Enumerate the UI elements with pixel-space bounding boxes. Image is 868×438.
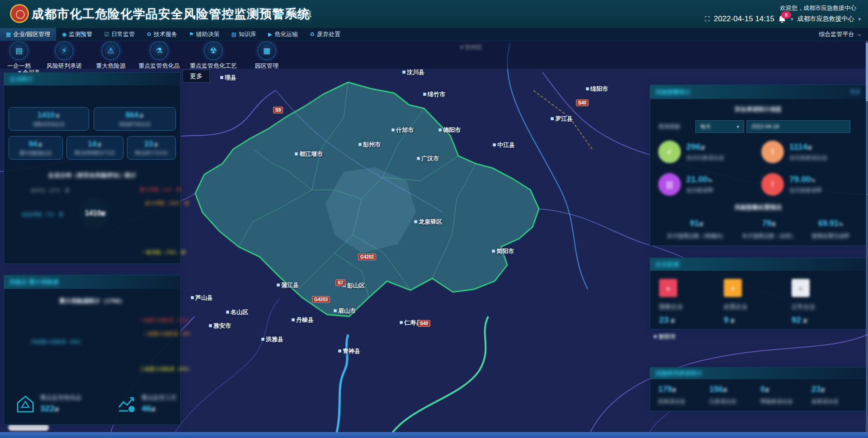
quick-item-label: 园区管理 [235, 62, 298, 70]
grid-icon: ▦ [6, 31, 11, 38]
donut-chart-title: 企业分布（按安全风险评估）统计 [4, 171, 180, 179]
bottom-bar [0, 432, 868, 438]
nav-item-label: 技术服务 [154, 30, 177, 38]
grid-nav-icon: ⊞ [277, 11, 282, 18]
handling-square-icon: ▲ [724, 279, 742, 297]
stat-box-chemical-enterprises[interactable]: 1410家 危险化学品企业 [9, 107, 89, 131]
period-select[interactable]: 每天 ▾ [695, 120, 744, 133]
section-title-disposal: 风险预警处置情况 [650, 203, 866, 212]
legend-high-risk: 较大风险（252） 家 [145, 200, 189, 207]
legend-level4: 四级重大危险源（806） [31, 339, 84, 345]
quick-item-6[interactable]: ▦园区管理 [235, 42, 298, 70]
main-nav: ▦企业/园区管理◉监测预警☑日常监管⚙技术服务⚑辅助决策▤知识库▶危化运输♻废弃… [0, 28, 868, 41]
stat-disposal-rate: 69.91% 预警处置完成率 [801, 219, 860, 240]
legend-unrated: 未评估（273） 家 [30, 187, 70, 194]
pie-chart-title: 重大危险源统计（1768） [4, 297, 180, 305]
panel-title: 企业监测 [656, 260, 679, 268]
app-logo-icon [10, 4, 29, 23]
stat-key-chemical[interactable]: 重点监管危化品 322家 [15, 394, 81, 414]
app-title: 成都市化工危险化学品安全风险管控监测预警系统 [32, 6, 310, 22]
monitor-handling-enterprises[interactable]: ▲ 处置企业 9家 [724, 279, 787, 325]
notification-bell-icon[interactable]: 0 [778, 15, 787, 23]
panel-enterprise-stats: 企业统计 1410家 危险化学品企业 864家 加油加气站企业 94家 重大危险… [4, 72, 181, 264]
nav-item-1[interactable]: ▦企业/园区管理 [0, 28, 56, 41]
hazard-pie-chart [90, 330, 133, 373]
section-title-commitment: 安全承诺统计信息 [650, 105, 866, 113]
stat-key-process[interactable]: 重点监管工艺 46家 [116, 394, 177, 414]
park-icon: ▦ [258, 42, 276, 60]
fullscreen-icon[interactable]: ⛶ [705, 15, 710, 23]
stat-month-warnings-all: 79家 本月预警总数（全部） [738, 219, 801, 240]
panel-major-hazard: 风险点·重大危险源 重大危险源统计（1768） 一级重大危险源（213） 二级重… [4, 275, 181, 425]
nav-item-label: 监测预警 [69, 30, 92, 38]
nav-item-label: 企业/园区管理 [13, 30, 50, 38]
quick-item-4[interactable]: ⚗重点监管危化品 [127, 42, 191, 70]
nav-item-7[interactable]: ▶危化运输 [262, 28, 304, 41]
panel-risk-warning: 风险预警统计 更多 安全承诺统计信息 查询周期 每天 ▾ 2022-04-16 … [650, 85, 867, 246]
warning-square-icon: ▲ [659, 279, 677, 297]
app-header: 成都市化工危险化学品安全风险管控监测预警系统 ⊞ 系统导航 欢迎您，成都市应急救… [0, 0, 868, 28]
legend-level1: 一级重大危险源（213） [139, 317, 192, 324]
legend-level3: 三级重大危险源（655） [140, 366, 193, 372]
panel-enterprise-monitor: 企业监测 ▲ 预警企业 23家 ▲ 处置企业 9家 ▲ 正常企业 92家 [650, 258, 867, 330]
nav-item-3[interactable]: ☑日常监管 [98, 28, 141, 41]
more-link[interactable]: 更多 [850, 88, 861, 96]
org-switcher[interactable]: 成都市应急救援中心 [797, 15, 854, 23]
notification-badge: 0 [781, 11, 791, 19]
nav-right-link[interactable]: 综合监管平台 → [819, 30, 862, 38]
legend-general-risk: 一般风险（795） 家 [142, 249, 186, 256]
quick-item-label: 重点监管危化品 [127, 62, 191, 70]
system-nav-toggle[interactable]: ⊞ 系统导航 [277, 10, 312, 19]
nav-item-5[interactable]: ⚑辅助决策 [183, 28, 226, 41]
map-attribution-pill [8, 424, 49, 431]
stat-month-warnings-limited: 91家 本月预警总数（限额内） [656, 219, 738, 240]
stat-box-gas-stations[interactable]: 864家 加油加气站企业 [94, 107, 176, 131]
monitor-normal-enterprises[interactable]: ▲ 正常企业 92家 [792, 279, 855, 325]
flag-icon: ⚑ [189, 31, 194, 38]
stat-box-major-hazard[interactable]: 94家 重大危险源企业 [9, 136, 63, 160]
stat-box-key-process[interactable]: 23家 重点监管工艺企业 [127, 136, 176, 160]
chevron-down-icon[interactable]: ▾ [791, 16, 793, 22]
stat-box-key-substance[interactable]: 14家 重点监管物质生产企业 [66, 136, 123, 160]
nav-item-label: 废弃处置 [317, 30, 340, 38]
radiation-icon: ☢ [204, 42, 222, 60]
nav-item-2[interactable]: ◉监测预警 [56, 28, 98, 41]
book-icon: ▤ [231, 31, 236, 38]
nav-item-6[interactable]: ▤知识库 [226, 28, 262, 41]
system-nav-label: 系统导航 [285, 10, 312, 19]
nav-item-8[interactable]: ♻废弃处置 [304, 28, 346, 41]
recycle-icon: ♻ [310, 31, 315, 38]
bar-chart-icon: ||| [658, 173, 681, 196]
chevron-down-icon: ▾ [736, 124, 739, 130]
flask-icon: ⚗ [150, 42, 168, 60]
panel-commitment-analysis: 风险研判承诺统计 179家 应承诺企业 156家 已承诺企业 0家 带险承诺企业… [650, 367, 867, 411]
chevron-down-icon[interactable]: ▾ [858, 16, 861, 22]
nav-item-4[interactable]: ⚙技术服务 [141, 28, 183, 41]
datetime-display: 2022-04-15 14:15 [714, 14, 774, 24]
bolt-icon: ⚡ [55, 42, 73, 60]
stat-should-commit: 179家 应承诺企业 [658, 385, 708, 405]
panel-title: 风险点·重大危险源 [9, 278, 58, 286]
date-input[interactable]: 2022-04-16 [746, 120, 850, 133]
check-icon: ☑ [104, 31, 109, 38]
nav-item-label: 知识库 [239, 30, 256, 38]
map-more-button[interactable]: 更多 [183, 70, 209, 82]
normal-square-icon: ▲ [792, 279, 810, 297]
nav-item-label: 辅助决策 [196, 30, 220, 38]
scrollbar[interactable] [866, 41, 868, 432]
bell-icon: ◉ [62, 31, 66, 38]
legend-level2: 二级重大危险源（94） [143, 330, 193, 337]
legend-low-risk: 较低风险（76） 家 [22, 211, 64, 218]
stat-uncommit-rate: ! 79.00% 当日未承诺率 [761, 173, 859, 196]
alert-circle-icon: ! [761, 141, 784, 163]
trend-icon [116, 394, 137, 414]
donut-center-value: 1410家 [71, 209, 120, 217]
nav-item-label: 日常监管 [111, 30, 135, 38]
panel-title: 风险研判承诺统计 [656, 369, 703, 377]
monitor-warning-enterprises[interactable]: ▲ 预警企业 23家 [659, 279, 722, 325]
scrollbar-thumb[interactable] [866, 42, 868, 101]
panel-title: 风险预警统计 [656, 88, 691, 96]
stat-risk-commit: 0家 带险承诺企业 [760, 385, 810, 405]
alarm-circle-icon: ! [761, 173, 784, 196]
welcome-text: 欢迎您，成都市应急救援中心 [780, 4, 856, 12]
